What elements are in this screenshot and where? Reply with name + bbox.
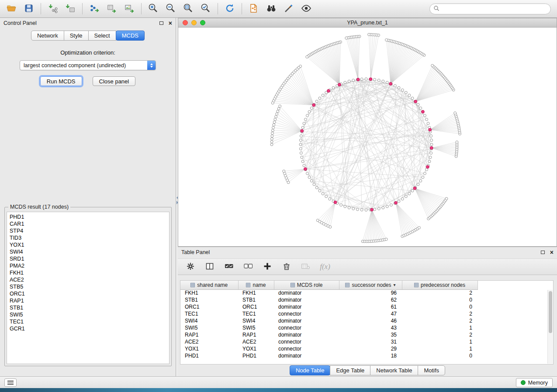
deselect-all-button[interactable] [242,261,254,272]
table-row[interactable]: ACE2ACE2connector311 [180,338,477,345]
memory-button[interactable]: Memory [516,378,553,387]
delete-column-button[interactable] [281,261,292,272]
optimization-criterion-select[interactable]: largest connected component (undirected) [20,60,156,70]
mcds-node-item[interactable]: YOX1 [10,241,169,248]
run-mcds-button[interactable]: Run MCDS [40,76,82,86]
export-table-button[interactable] [103,1,121,16]
table-cell: 2 [402,289,477,296]
table-row[interactable]: ORC1ORC1dominator610 [180,303,477,310]
tab-mcds[interactable]: MCDS [116,31,145,41]
mcds-node-item[interactable]: RAP1 [10,297,169,304]
table-settings-button[interactable] [185,261,196,272]
mcds-node-item[interactable]: STB1 [10,304,169,311]
table-cell: STB1 [180,296,238,303]
binoculars-button[interactable] [263,1,280,16]
tab-edge-table[interactable]: Edge Table [330,365,370,375]
tab-node-table[interactable]: Node Table [290,365,331,375]
mcds-node-item[interactable]: SWI4 [10,248,169,255]
close-panel-button[interactable]: Close panel [93,76,136,86]
zoom-selected-icon [200,3,211,15]
mcds-node-item[interactable]: CAR1 [10,220,169,227]
mcds-node-item[interactable]: TID3 [10,234,169,241]
mcds-result-group: MCDS result (17 nodes) PHD1CAR1STP4TID3Y… [4,204,172,366]
column-header-shared-name[interactable]: shared name [180,281,238,289]
mcds-node-item[interactable]: GCR1 [10,325,169,332]
mcds-node-item[interactable]: STP4 [10,227,169,234]
network-window: YPA_prune.txt_1 [178,18,557,247]
tab-motifs[interactable]: Motifs [418,365,445,375]
task-history-button[interactable] [4,378,17,387]
export-network-button[interactable] [86,1,103,16]
table-scrollbar[interactable] [547,290,553,364]
mcds-node-item[interactable]: ORC1 [10,290,169,297]
close-panel-icon[interactable]: × [169,20,172,26]
column-header-name[interactable]: name [238,281,274,289]
eye-button[interactable] [298,1,315,16]
close-panel-icon[interactable]: × [550,249,554,255]
wand-button[interactable] [280,1,298,16]
zoom-out-button[interactable] [162,1,180,16]
table-row[interactable]: TEC1TEC1connector472 [180,310,477,317]
column-header-mcds-role[interactable]: MCDS role [274,281,339,289]
table-cell: 47 [339,310,402,317]
table-cell: RAP1 [180,331,238,338]
table-row[interactable]: YOX1YOX1connector291 [180,345,477,352]
table-cell: 0 [402,296,477,303]
select-all-button[interactable] [223,261,235,272]
float-panel-icon[interactable] [541,251,545,254]
mcds-node-item[interactable]: SWI5 [10,311,169,318]
table-cell: YOX1 [238,345,274,352]
table-row[interactable]: STB1STB1dominator620 [180,296,477,303]
search-input[interactable] [439,6,550,12]
refresh-button[interactable] [221,1,239,16]
application-window: Control Panel × NetworkStyleSelectMCDS O… [0,0,557,392]
mcds-node-item[interactable]: TEC1 [10,318,169,325]
table-row[interactable]: SWI4SWI4dominator462 [180,317,477,324]
export-image-button[interactable] [121,1,138,16]
table-cell: 46 [339,317,402,324]
table-cell: dominator [274,331,339,338]
mcds-node-item[interactable]: ACE2 [10,276,169,283]
tab-network-table[interactable]: Network Table [370,365,418,375]
save-session-button[interactable] [20,1,38,16]
tab-network[interactable]: Network [31,31,64,41]
zoom-selected-button[interactable] [197,1,214,16]
table-row[interactable]: FKH1FKH1dominator962 [180,289,477,296]
table-cell: 43 [339,324,402,331]
import-table-button[interactable] [62,1,79,16]
table-cell: SWI4 [180,317,238,324]
mcds-node-item[interactable]: FKH1 [10,269,169,276]
zoom-in-button[interactable] [145,1,162,16]
table-row[interactable]: SWI5SWI5connector431 [180,324,477,331]
list-icon [7,381,14,382]
zoom-fit-button[interactable] [180,1,197,16]
table-row[interactable]: PHD1PHD1dominator180 [180,352,477,359]
tab-style[interactable]: Style [64,31,89,41]
mcds-node-item[interactable]: PMA2 [10,262,169,269]
network-window-titlebar[interactable]: YPA_prune.txt_1 [178,18,557,28]
table-cell: dominator [274,352,339,359]
table-row[interactable]: RAP1RAP1dominator352 [180,331,477,338]
table-cell: TEC1 [238,310,274,317]
table-cell: 1 [402,324,477,331]
mcds-result-list[interactable]: PHD1CAR1STP4TID3YOX1SWI4SRD1PMA2FKH1ACE2… [7,212,170,364]
table-cell: SWI4 [238,317,274,324]
float-panel-icon[interactable] [159,21,163,25]
column-header-predecessor-nodes[interactable]: predecessor nodes [402,281,477,289]
table-cell: 61 [339,303,402,310]
column-header-successor-nodes[interactable]: successor nodes▾ [339,281,402,289]
show-columns-button[interactable] [204,261,215,272]
mcds-node-item[interactable]: PHD1 [10,213,169,220]
open-file-button[interactable] [3,1,20,16]
network-canvas[interactable] [178,28,557,246]
search-box[interactable] [429,3,551,14]
scrollbar-thumb[interactable] [549,291,552,333]
table-cell: 1 [402,345,477,352]
share-document-button[interactable] [245,1,263,16]
mcds-node-item[interactable]: STB5 [10,283,169,290]
create-column-button[interactable] [262,261,273,272]
import-network-button[interactable] [44,1,62,16]
tab-select[interactable]: Select [88,31,116,41]
mcds-node-item[interactable]: SRD1 [10,255,169,262]
zoom-out-icon [165,3,176,15]
